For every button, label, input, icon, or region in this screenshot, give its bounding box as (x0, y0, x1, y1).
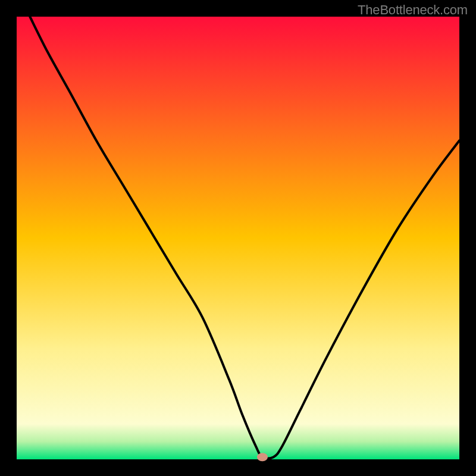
watermark-text: TheBottleneck.com (358, 2, 468, 18)
target-marker (257, 453, 268, 461)
chart-frame: TheBottleneck.com (0, 0, 476, 476)
bottleneck-chart (0, 0, 476, 476)
